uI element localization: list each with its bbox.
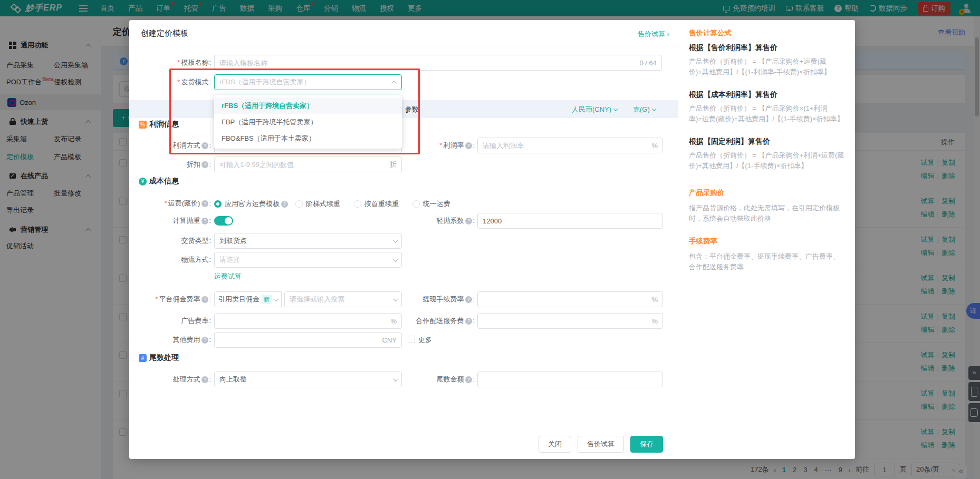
coop-delivery-field[interactable]: % [477, 313, 663, 329]
template-name-label: *模板名称 [129, 55, 211, 71]
help-tooltip-icon[interactable]: ? [465, 218, 472, 224]
weight-unit-select[interactable]: 克(G) [633, 105, 655, 114]
purchase-price-text: 指产品货源价格，此处无需填写，在引用定价模板时，系统会自动获取此价格 [689, 203, 844, 224]
coop-delivery-label: 合作配送服务费? [367, 313, 475, 329]
profit-icon: % [139, 121, 147, 129]
formula-heading: 根据【成本利润率】算售价 [689, 90, 844, 100]
tail-amount-field[interactable] [477, 372, 663, 387]
shipping-mode-label: *发货模式 [129, 74, 211, 90]
formula-text: 产品售价（折前价） = 【产品采购价+利润+运费(藏价)+其他费用】/【(1-手… [689, 150, 844, 171]
formula-text: 产品售价（折前价） = 【产品采购价+运费(藏价)+其他费用】/【(1-利润率-… [689, 56, 844, 77]
help-tooltip-icon[interactable]: ? [201, 200, 208, 207]
formula-heading: 根据【固定利润】算售价 [689, 137, 844, 146]
modal-footer: 关闭 售价试算 保存 [539, 436, 663, 453]
throw-weight-toggle[interactable] [214, 216, 233, 226]
fee-rate-title: 手续费率 [689, 237, 844, 246]
shipping-mode-dropdown: rFBS（适用于跨境自营卖家） FBP（适用于跨境半托管卖家） FBO&FBS（… [214, 95, 402, 149]
create-template-modal: 创建定价模板 售价试算 › *模板名称 0 / 64 *发货模式 rFBS（适用… [129, 20, 678, 459]
radio-tiered-weight[interactable]: 阶梯式续重 [295, 199, 340, 209]
dropdown-option-fbp[interactable]: FBP（适用于跨境半托管卖家） [214, 114, 402, 130]
chevron-up-icon [391, 80, 397, 85]
app: 妙手ERP 首页 产品 订单 托管 广告 数据 采购 仓库 分销 物流 授权 更… [0, 0, 980, 479]
template-name-field[interactable]: 0 / 64 [214, 55, 662, 71]
radio-first-continue-weight[interactable]: 按首重续重 [354, 199, 399, 209]
tail-section-header: # 尾数处理 [139, 353, 179, 363]
more-checkbox[interactable]: 更多 [408, 332, 432, 348]
modal-title: 创建定价模板 [141, 28, 188, 38]
price-trial-link[interactable]: 售价试算 › [638, 30, 669, 39]
help-tooltip-icon[interactable]: ? [281, 201, 288, 208]
tail-mode-label: 处理方式? [129, 372, 211, 387]
chevron-down-icon [393, 238, 398, 243]
checkbox-icon[interactable] [408, 336, 415, 343]
radio-official-template[interactable]: 应用官方运费模板? [214, 199, 288, 209]
char-counter: 0 / 64 [639, 59, 661, 67]
discount-field[interactable]: 折 [214, 157, 402, 172]
purchase-price-title: 产品采购价 [689, 188, 844, 198]
delivery-type-select[interactable]: 到取货点 [214, 233, 402, 249]
help-tooltip-icon[interactable]: ? [465, 376, 472, 383]
help-panel: 售价计算公式 根据【售价利润率】算售价 产品售价（折前价） = 【产品采购价+运… [678, 20, 855, 459]
freight-trial-link[interactable]: 运费试算 [214, 272, 242, 281]
profit-section-header: % 利润信息 [139, 120, 179, 129]
help-tooltip-icon[interactable]: ? [201, 218, 208, 224]
formula-text: 产品售价（折前价） = 【产品采购价×(1+利润率)+运费(藏价)+其他费用】/… [689, 103, 844, 124]
logistics-select[interactable]: 请选择 [214, 252, 402, 268]
other-fee-label: 其他费用? [129, 332, 211, 348]
freight-label: *运费(藏价)? [129, 195, 211, 211]
cost-section-header: ¥ 成本信息 [139, 177, 179, 186]
modal-header: 创建定价模板 售价试算 › [129, 20, 678, 46]
help-tooltip-icon[interactable]: ? [465, 318, 472, 325]
dropdown-option-fbofbs[interactable]: FBO&FBS（适用于本土卖家） [214, 130, 402, 146]
help-tooltip-icon[interactable]: ? [201, 337, 208, 344]
help-tooltip-icon[interactable]: ? [201, 296, 208, 303]
tail-amount-label: 尾数金额? [367, 372, 475, 387]
close-button[interactable]: 关闭 [539, 436, 571, 453]
radio-unified-freight[interactable]: 统一运费 [412, 199, 450, 209]
help-tooltip-icon[interactable]: ? [201, 142, 208, 149]
chevron-down-icon [652, 106, 656, 111]
delivery-type-label: 交货类型 [129, 233, 211, 249]
params-band: 参数 人民币(CNY) 克(G) [129, 100, 678, 118]
tail-icon: # [139, 354, 147, 362]
throw-coefficient-field[interactable] [477, 213, 663, 229]
chevron-down-icon [613, 106, 618, 111]
logistics-label: 物流方式 [129, 252, 211, 268]
commission-type-select[interactable]: 引用类目佣金新 [214, 291, 282, 307]
profit-mode-label: 利润方式? [129, 138, 211, 153]
ad-rate-label: 广告费率 [129, 313, 211, 329]
cost-icon: ¥ [139, 178, 147, 185]
chevron-down-icon [393, 257, 398, 262]
shipping-mode-select[interactable]: rFBS（适用于跨境自营卖家） [214, 74, 402, 90]
price-trial-button[interactable]: 售价试算 [578, 436, 624, 453]
params-label: 参数 [405, 105, 419, 114]
new-badge: 新 [262, 295, 272, 304]
withdraw-fee-field[interactable]: % [477, 291, 663, 307]
help-tooltip-icon[interactable]: ? [465, 296, 472, 303]
throw-weight-label: 计算抛重? [129, 213, 211, 229]
save-button[interactable]: 保存 [630, 436, 663, 453]
other-fee-field[interactable]: CNY [214, 332, 402, 348]
fee-rate-text: 包含：平台佣金费率、提现手续费率、广告费率、合作配送服务费率 [689, 251, 844, 272]
chevron-down-icon [274, 296, 279, 301]
formula-heading: 根据【售价利润率】算售价 [689, 43, 844, 53]
currency-select[interactable]: 人民币(CNY) [572, 105, 617, 114]
commission-label: *平台佣金费率? [129, 291, 211, 307]
dropdown-option-rfbs[interactable]: rFBS（适用于跨境自营卖家） [214, 97, 402, 114]
calc-formula-title: 售价计算公式 [689, 28, 844, 38]
help-tooltip-icon[interactable]: ? [201, 376, 208, 383]
help-tooltip-icon[interactable]: ? [201, 161, 208, 168]
help-tooltip-icon[interactable]: ? [465, 142, 472, 149]
profit-rate-field[interactable]: % [477, 138, 663, 153]
withdraw-fee-label: 提现手续费率? [367, 291, 475, 307]
create-template-drawer: 创建定价模板 售价试算 › *模板名称 0 / 64 *发货模式 rFBS（适用… [129, 20, 855, 459]
discount-label: 折扣? [129, 157, 211, 172]
freight-radio-group: 应用官方运费模板? 阶梯式续重 按首重续重 统一运费 [214, 199, 450, 209]
throw-coefficient-label: 轻抛系数? [367, 213, 475, 229]
